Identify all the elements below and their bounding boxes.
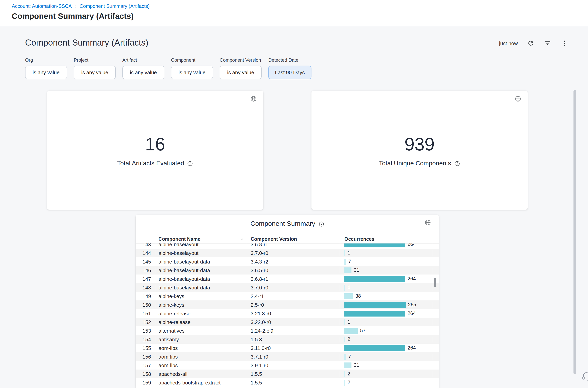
dashboard-title: Component Summary (Artifacts) (25, 38, 148, 48)
filter-button-component-version[interactable]: is any value (220, 66, 262, 79)
breadcrumb-page-link[interactable]: Component Summary (Artifacts) (80, 3, 150, 9)
filter-button-org[interactable]: is any value (25, 66, 67, 79)
component-version-cell: 2.4-r1 (247, 293, 340, 299)
component-name-cell: aom-libs (155, 345, 247, 351)
table-row[interactable]: 144alpine-baselayout3.7.0-r01 (136, 249, 439, 257)
filter-button-project[interactable]: is any value (74, 66, 116, 79)
occurrence-value: 31 (354, 267, 359, 273)
component-name-cell: alpine-keys (155, 302, 247, 308)
occurrences-cell: 264 (340, 243, 432, 247)
component-name-cell: alpine-baselayout-data (155, 267, 247, 273)
occurrences-cell: 31 (340, 267, 432, 273)
table-row[interactable]: 145alpine-baselayout-data3.4.3-r27 (136, 257, 439, 266)
breadcrumb-account-link[interactable]: Account: Automation-SSCA (12, 3, 72, 9)
occurrence-bar (344, 380, 345, 386)
component-version-cell: 1.24-2.el9 (247, 328, 340, 334)
component-name-cell: alpine-keys (155, 293, 247, 299)
row-index: 146 (136, 267, 155, 273)
row-index: 159 (136, 380, 155, 386)
occurrences-cell: 57 (340, 328, 432, 334)
filter-label-artifact: Artifact (122, 57, 164, 63)
table-row[interactable]: 149alpine-keys2.4-r138 (136, 292, 439, 300)
globe-icon[interactable] (424, 219, 431, 226)
table-scrollbar-thumb[interactable] (434, 278, 436, 287)
table-row[interactable]: 157aom-libs3.9.1-r031 (136, 361, 439, 369)
globe-icon[interactable] (250, 96, 257, 102)
table-row[interactable]: 147alpine-baselayout-data3.6.8-r1264 (136, 274, 439, 283)
info-icon[interactable] (318, 221, 324, 227)
filters-row: Orgis any valueProjectis any valueArtifa… (25, 57, 311, 79)
filter-group: Orgis any value (25, 57, 67, 79)
component-version-cell: 3.7.0-r0 (247, 250, 340, 256)
support-headset-icon[interactable] (582, 371, 588, 381)
column-header-occurrences[interactable]: Occurrences (340, 236, 432, 242)
component-name-cell: alpine-baselayout (155, 250, 247, 256)
occurrences-cell: 7 (340, 259, 432, 265)
filter-label-org: Org (25, 57, 67, 63)
row-index: 154 (136, 336, 155, 342)
row-index: 153 (136, 328, 155, 334)
table-row[interactable]: 153alternatives1.24-2.el957 (136, 326, 439, 335)
occurrence-value: 38 (355, 293, 361, 299)
table-row[interactable]: 154antisamy1.5.32 (136, 335, 439, 344)
component-version-cell: 1.5.5 (247, 380, 340, 386)
row-index: 148 (136, 285, 155, 291)
row-index: 145 (136, 259, 155, 265)
sort-asc-icon (240, 237, 244, 242)
row-index: 149 (136, 293, 155, 299)
table-row[interactable]: 159apacheds-bootstrap-extract1.5.52 (136, 378, 439, 387)
table-row[interactable]: 143alpine-baselayout3.6.8-r1264 (136, 243, 439, 249)
filter-button-component[interactable]: is any value (171, 66, 213, 79)
occurrence-value: 1 (348, 250, 350, 256)
info-icon[interactable] (454, 160, 460, 166)
tile-value: 16 (47, 134, 263, 154)
component-name-cell: alpine-release (155, 319, 247, 325)
component-name-cell: alternatives (155, 328, 247, 334)
occurrence-value: 1 (348, 285, 350, 290)
occurrence-bar (344, 328, 358, 334)
tile-label: Total Unique Components (379, 160, 451, 167)
filter-group: Projectis any value (74, 57, 116, 79)
table-row[interactable]: 148alpine-baselayout-data3.7.0-r01 (136, 283, 439, 292)
column-header-component-version[interactable]: Component Version (247, 236, 340, 242)
table-row[interactable]: 156aom-libs3.7.1-r07 (136, 352, 439, 361)
table-row[interactable]: 152alpine-release3.22.0-r01 (136, 318, 439, 326)
filter-button-detected-date[interactable]: Last 90 Days (268, 66, 311, 79)
occurrence-bar (344, 311, 405, 316)
page-scrollbar-thumb[interactable] (573, 90, 576, 374)
refresh-icon[interactable] (527, 39, 535, 47)
tile-label-row: Total Unique Components (311, 160, 528, 167)
filter-label-detected-date: Detected Date (268, 57, 311, 63)
occurrences-cell: 7 (340, 354, 432, 360)
info-icon[interactable] (187, 160, 193, 166)
occurrence-value: 2 (348, 380, 350, 385)
occurrences-cell: 265 (340, 302, 432, 308)
occurrence-value: 264 (408, 345, 416, 351)
table-row[interactable]: 151alpine-release3.21.3-r0264 (136, 309, 439, 318)
refresh-status-text: just now (499, 40, 518, 46)
table-rows: 143alpine-baselayout3.6.8-r1264144alpine… (136, 243, 439, 388)
kebab-menu-icon[interactable] (561, 39, 568, 47)
occurrence-bar (344, 354, 346, 360)
component-name-cell: alpine-release (155, 311, 247, 316)
filter-button-artifact[interactable]: is any value (122, 66, 164, 79)
table-row[interactable]: 155aom-libs3.11.0-r0264 (136, 344, 439, 352)
tile-total-artifacts-evaluated: 16 Total Artifacts Evaluated (47, 91, 263, 210)
occurrence-bar (344, 259, 346, 265)
table-row[interactable]: 158apacheds-all1.5.52 (136, 369, 439, 378)
occurrence-value: 1 (348, 319, 350, 325)
component-name-cell: alpine-baselayout-data (155, 276, 247, 282)
filter-group: Artifactis any value (122, 57, 164, 79)
filter-icon[interactable] (544, 39, 551, 47)
table-row[interactable]: 150alpine-keys2.5-r0265 (136, 300, 439, 309)
occurrence-value: 2 (348, 337, 350, 342)
table-row[interactable]: 146alpine-baselayout-data3.6.5-r031 (136, 266, 439, 274)
occurrence-value: 264 (408, 276, 416, 282)
page-title: Component Summary (Artifacts) (12, 12, 133, 21)
tile-value: 939 (311, 134, 528, 154)
occurrence-value: 2 (348, 371, 350, 377)
occurrence-value: 31 (354, 363, 359, 368)
occurrences-cell: 264 (340, 276, 432, 282)
globe-icon[interactable] (515, 96, 521, 102)
column-header-component-name[interactable]: Component Name (155, 236, 247, 242)
